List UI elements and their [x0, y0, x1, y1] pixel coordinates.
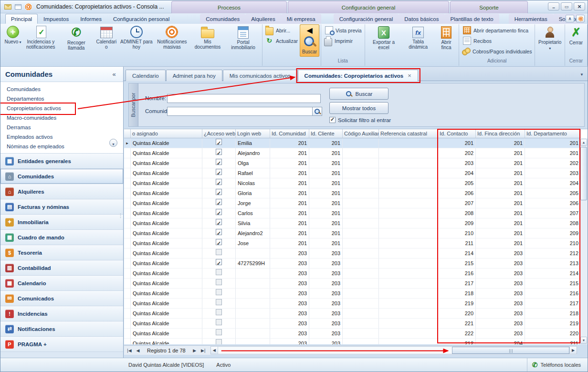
- ribbon-button-abrir-finca[interactable]: Abrir finca: [435, 24, 458, 57]
- scroll-down-icon[interactable]: [580, 337, 587, 344]
- ribbon-button-abrir[interactable]: Abrir...: [263, 26, 300, 35]
- collapse-sidebar-icon[interactable]: [110, 71, 118, 78]
- sidebar-item-derramas[interactable]: Derramas: [0, 123, 123, 132]
- ribbon-button-vista-previa[interactable]: Vista previa: [322, 26, 364, 35]
- sidebar-module-pragma[interactable]: PPRAGMA +: [0, 337, 123, 352]
- ribbon-button-imprimir[interactable]: Imprimir: [322, 36, 364, 45]
- table-row[interactable]: Quintas AlcaldeGloria201201206201205: [124, 188, 579, 198]
- table-row[interactable]: Quintas AlcaldeSilvia201201209201208: [124, 218, 579, 228]
- last-record-button[interactable]: [199, 348, 208, 353]
- ribbon-button-cobros-pagos-individuales[interactable]: Cobros/Pagos individuales: [460, 47, 534, 56]
- acceso-web-checkbox[interactable]: [216, 179, 222, 185]
- vertical-scroll-thumb[interactable]: [580, 147, 587, 200]
- sidebar-module-incidencias[interactable]: !Incidencias: [0, 306, 123, 321]
- table-row[interactable]: Quintas Alcalde47275299H203203215203213: [124, 258, 579, 269]
- ribbon-tab-herramientas[interactable]: Herramientas: [509, 14, 553, 24]
- ribbon-button-tabla-dinamica[interactable]: Tabla dinámica: [401, 24, 435, 57]
- table-row[interactable]: Quintas AlcaldeCarlos201201208201207: [124, 208, 579, 218]
- column-header-id-departamento[interactable]: Id. Departamento: [525, 129, 581, 138]
- solicitar-filtro-checkbox[interactable]: [329, 117, 336, 123]
- acceso-web-checkbox[interactable]: [216, 269, 222, 275]
- table-row[interactable]: Quintas AlcaldeAlejandro201201202201201: [124, 148, 579, 158]
- acceso-web-checkbox[interactable]: [216, 229, 222, 235]
- table-row[interactable]: ▸Quintas AlcaldeEmilia201201201201201: [124, 138, 579, 148]
- table-row[interactable]: Quintas AlcaldeJorge201201207201206: [124, 198, 579, 208]
- acceso-web-checkbox[interactable]: [216, 189, 222, 195]
- ribbon-tab-mi-empresa[interactable]: Mi empresa: [281, 14, 321, 24]
- sidebar-module-comunicados[interactable]: ✉Comunicados: [0, 291, 123, 306]
- sidebar-module-tesoreria[interactable]: $Tesorería: [0, 245, 123, 260]
- sidebar-item-nominas-de-empleados[interactable]: Nóminas de empleados: [0, 142, 123, 151]
- acceso-web-checkbox[interactable]: [216, 309, 222, 315]
- window-icon[interactable]: [15, 4, 21, 10]
- acceso-web-checkbox[interactable]: [216, 299, 222, 305]
- acceso-web-checkbox[interactable]: [216, 139, 222, 145]
- ribbon-button-recibos[interactable]: Recibos: [460, 36, 534, 45]
- table-row[interactable]: Quintas Alcalde203203212204211: [124, 339, 579, 344]
- acceso-web-checkbox[interactable]: [216, 319, 222, 325]
- table-row[interactable]: Quintas Alcalde203203218203216: [124, 289, 579, 299]
- column-header-referencia-catastral[interactable]: Referencia catastral: [379, 129, 438, 138]
- acceso-web-checkbox[interactable]: [216, 149, 222, 155]
- table-row[interactable]: Quintas AlcaldeNicolas201201205201204: [124, 178, 579, 188]
- acceso-web-checkbox[interactable]: [216, 339, 222, 344]
- ribbon-button-mis-documentos[interactable]: Mis documentos: [190, 24, 226, 57]
- sidebar-module-contabilidad[interactable]: ▥Contabilidad: [0, 260, 123, 276]
- table-row[interactable]: Quintas AlcaldeRafael201201204201203: [124, 168, 579, 178]
- table-row[interactable]: Quintas Alcalde203203222203220: [124, 329, 579, 339]
- acceso-web-checkbox[interactable]: [216, 169, 222, 175]
- ribbon-tab-alquileres[interactable]: Alquileres: [245, 14, 281, 24]
- prev-record-button[interactable]: [134, 348, 142, 353]
- sidebar-item-macro-comunidades[interactable]: Macro-comunidades: [0, 113, 123, 123]
- ribbon-button-buscar[interactable]: Buscar: [300, 24, 320, 57]
- horizontal-scrollbar[interactable]: [210, 346, 577, 354]
- first-record-button[interactable]: [125, 348, 134, 353]
- column-header-o-asignado[interactable]: o asignado: [131, 129, 202, 138]
- ribbon-button-cerrar[interactable]: Cerrar: [566, 24, 586, 57]
- doc-tab-calendario[interactable]: Calendario: [126, 70, 166, 81]
- buscar-button[interactable]: Buscar: [329, 88, 388, 100]
- status-phones[interactable]: Teléfonos locales: [527, 358, 588, 372]
- column-header-acceso-web[interactable]: ¿Acceso web?: [202, 129, 236, 138]
- collapse-ribbon-icon[interactable]: [566, 15, 574, 22]
- scroll-up-icon[interactable]: [580, 139, 587, 146]
- sidebar-item-departamentos[interactable]: Departamentos: [0, 94, 123, 103]
- table-row[interactable]: Quintas Alcalde203203221203219: [124, 319, 579, 329]
- mail-icon[interactable]: [4, 4, 11, 10]
- acceso-web-checkbox[interactable]: [216, 159, 222, 165]
- ribbon-button-abrir-departamento-finca[interactable]: Abrir departamento finca: [460, 26, 534, 35]
- ribbon-button-calendario[interactable]: Calendario: [94, 24, 118, 57]
- comunidad-lookup-button[interactable]: [313, 107, 322, 116]
- table-row[interactable]: Quintas Alcalde203203217203215: [124, 279, 579, 289]
- close-button[interactable]: [574, 2, 585, 10]
- acceso-web-checkbox[interactable]: [216, 249, 222, 255]
- nombre-input[interactable]: [167, 94, 321, 103]
- doc-tab-mis-comunicados-activos[interactable]: Mis comunicados activos: [223, 70, 297, 81]
- column-header-login-web[interactable]: Login web: [236, 129, 270, 138]
- horizontal-scroll-thumb[interactable]: [452, 347, 569, 354]
- comunidad-input[interactable]: [167, 107, 313, 116]
- table-row[interactable]: Quintas Alcalde203203214203212: [124, 248, 579, 258]
- table-row[interactable]: Quintas AlcaldeAlejandro2201201210201209: [124, 228, 579, 238]
- close-tab-icon[interactable]: [408, 73, 411, 78]
- ribbon-button-incidencias-y-notificaciones[interactable]: Incidencias y notificaciones: [23, 24, 59, 57]
- column-header-id-finca-direccion[interactable]: Id. Finca dirección: [476, 129, 525, 138]
- acceso-web-checkbox[interactable]: [216, 289, 222, 295]
- ribbon-tab-informes[interactable]: Informes: [74, 14, 107, 24]
- ribbon-button-propietario[interactable]: Propietario ▾: [536, 24, 564, 57]
- scroll-left-icon[interactable]: [211, 347, 218, 354]
- tab-list-dropdown-icon[interactable]: [580, 72, 584, 77]
- column-header-codigo-auxiliar[interactable]: Código Auxiliar: [343, 129, 379, 138]
- doc-tab-comunidades-copropietarios-activos[interactable]: Comunidades: Copropietarios activos: [298, 70, 418, 81]
- sidebar-module-alquileres[interactable]: ⌂Alquileres: [0, 184, 123, 199]
- column-header-id-cliente[interactable]: Id. Cliente: [309, 129, 343, 138]
- sidebar-item-copropietarios-activos[interactable]: Copropietarios activos: [0, 103, 123, 113]
- sidebar-item-comunidades[interactable]: Comunidades: [0, 84, 123, 94]
- splitter-grip[interactable]: [118, 215, 123, 217]
- mostrar-todos-button[interactable]: Mostrar todos: [329, 102, 388, 114]
- column-header-id-contacto[interactable]: Id. Contacto: [438, 129, 476, 138]
- acceso-web-checkbox[interactable]: [216, 199, 222, 205]
- acceso-web-checkbox[interactable]: [216, 209, 222, 215]
- table-row[interactable]: Quintas Alcalde203203220203218: [124, 309, 579, 319]
- sidebar-module-notificaciones[interactable]: ⇄Notificaciones: [0, 321, 123, 337]
